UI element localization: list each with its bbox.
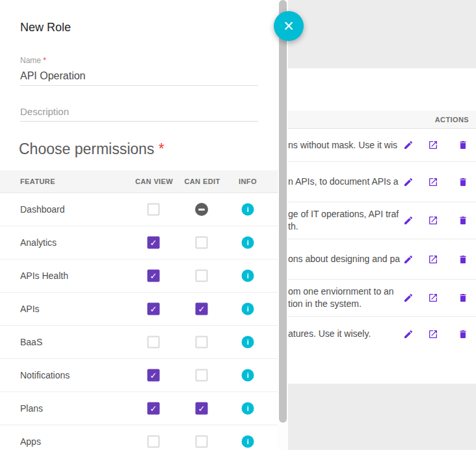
- open-in-new-icon[interactable]: [428, 254, 438, 265]
- check-icon: ✓: [198, 404, 205, 413]
- info-icon[interactable]: i: [242, 270, 254, 282]
- info-icon[interactable]: i: [242, 336, 254, 349]
- role-description-text: ns without mask. Use it wis: [288, 139, 405, 152]
- table-row: ns without mask. Use it wis: [288, 129, 476, 162]
- delete-icon[interactable]: [458, 140, 468, 150]
- permission-row: APIs ✓ ✓ i: [0, 293, 278, 326]
- edit-icon[interactable]: [403, 329, 414, 339]
- roles-table-card: ACTIONS ns without mask. Use it wis n AP…: [288, 68, 476, 384]
- feature-label: BaaS: [20, 337, 42, 347]
- feature-label: APIs: [20, 304, 40, 314]
- open-in-new-icon[interactable]: [428, 177, 438, 187]
- check-icon: ✓: [150, 371, 157, 380]
- permission-row: APIs Health ✓ ✓ i: [0, 259, 278, 293]
- can-edit-checkbox[interactable]: ✓: [196, 403, 208, 415]
- name-field-label: Name *: [20, 56, 46, 65]
- close-icon: ×: [284, 16, 294, 36]
- can-edit-checkbox[interactable]: ✓: [196, 336, 208, 349]
- permission-row: Apps ✓ ✓ i: [0, 425, 278, 450]
- check-icon: ✓: [150, 404, 157, 413]
- role-description-text: atures. Use it wisely.: [288, 328, 405, 340]
- info-icon[interactable]: i: [242, 237, 254, 249]
- check-icon: ✓: [198, 305, 205, 313]
- open-in-new-icon[interactable]: [428, 215, 438, 226]
- roles-table-body: ns without mask. Use it wis n APIs, to d…: [288, 129, 476, 351]
- role-description-text: ons about designing and pa: [288, 253, 405, 265]
- background-page: ACTIONS ns without mask. Use it wis n AP…: [288, 0, 476, 450]
- role-description-text: om one enviornment to an tion in the sys…: [288, 285, 405, 310]
- can-edit-checkbox[interactable]: ✓: [196, 303, 208, 315]
- can-edit-checkbox[interactable]: ✓: [195, 203, 208, 216]
- permission-row: Plans ✓ ✓ i: [0, 392, 278, 425]
- permission-row: BaaS ✓ ✓ i: [0, 326, 278, 359]
- can-view-checkbox[interactable]: ✓: [148, 270, 160, 282]
- delete-icon[interactable]: [458, 293, 468, 303]
- table-row: n APIs, to document APIs a: [288, 162, 476, 202]
- permissions-table-body: Dashboard ✓ ✓ i Analytics ✓ ✓ i APIs Hea…: [0, 193, 278, 450]
- new-role-drawer: New Role Name * Choose permissions * FEA…: [0, 0, 278, 450]
- can-edit-checkbox[interactable]: ✓: [196, 270, 208, 282]
- edit-icon[interactable]: [403, 254, 414, 265]
- edit-icon[interactable]: [403, 140, 414, 150]
- feature-label: Plans: [20, 403, 43, 414]
- permission-row: Analytics ✓ ✓ i: [0, 226, 278, 259]
- can-edit-checkbox[interactable]: ✓: [196, 369, 208, 382]
- required-asterisk: *: [43, 56, 46, 65]
- feature-label: Notifications: [20, 370, 70, 380]
- can-view-checkbox[interactable]: ✓: [148, 436, 160, 448]
- feature-label: Apps: [20, 436, 41, 447]
- permission-row: Notifications ✓ ✓ i: [0, 359, 278, 392]
- roles-table-header: ACTIONS: [288, 111, 476, 129]
- info-icon[interactable]: i: [242, 369, 254, 382]
- open-in-new-icon[interactable]: [428, 293, 438, 303]
- can-view-checkbox[interactable]: ✓: [148, 336, 160, 349]
- can-edit-checkbox[interactable]: ✓: [196, 436, 208, 448]
- open-in-new-icon[interactable]: [428, 329, 438, 339]
- close-drawer-button[interactable]: ×: [274, 11, 304, 41]
- check-icon: ✓: [150, 239, 157, 247]
- feature-label: APIs Health: [20, 271, 68, 281]
- table-row: ons about designing and pa: [288, 239, 476, 280]
- can-view-checkbox[interactable]: ✓: [148, 403, 160, 415]
- check-icon: ✓: [150, 272, 157, 280]
- can-edit-checkbox[interactable]: ✓: [196, 237, 208, 249]
- can-view-checkbox[interactable]: ✓: [148, 303, 160, 315]
- feature-column-header: FEATURE: [20, 178, 55, 185]
- info-column-header: INFO: [239, 178, 257, 185]
- drawer-title: New Role: [20, 21, 71, 34]
- choose-permissions-heading: Choose permissions *: [19, 140, 165, 158]
- permission-row: Dashboard ✓ ✓ i: [0, 193, 278, 226]
- permissions-table-header: FEATURE CAN VIEW CAN EDIT INFO: [0, 170, 278, 193]
- table-row: ge of IT operations, API traf th.: [288, 202, 476, 239]
- check-icon: ✓: [150, 305, 157, 313]
- table-row: om one enviornment to an tion in the sys…: [288, 280, 476, 317]
- can-edit-column-header: CAN EDIT: [184, 178, 220, 185]
- table-row: atures. Use it wisely.: [288, 317, 476, 351]
- edit-icon[interactable]: [403, 215, 414, 226]
- open-in-new-icon[interactable]: [428, 140, 438, 150]
- feature-label: Analytics: [20, 237, 57, 248]
- info-icon[interactable]: i: [242, 403, 254, 415]
- required-asterisk: *: [159, 140, 165, 157]
- can-view-column-header: CAN VIEW: [135, 178, 173, 185]
- info-icon[interactable]: i: [242, 303, 254, 315]
- delete-icon[interactable]: [458, 329, 468, 339]
- edit-icon[interactable]: [403, 177, 414, 187]
- can-view-checkbox[interactable]: ✓: [148, 369, 160, 382]
- feature-label: Dashboard: [20, 204, 65, 215]
- role-description-text: ge of IT operations, API traf th.: [288, 208, 405, 233]
- drawer-scrollbar-thumb[interactable]: [279, 0, 287, 423]
- description-input[interactable]: [20, 101, 258, 122]
- can-view-checkbox[interactable]: ✓: [148, 237, 160, 249]
- can-view-checkbox[interactable]: ✓: [148, 204, 160, 216]
- drawer-scrollbar-track: [278, 0, 288, 450]
- info-icon[interactable]: i: [242, 204, 254, 216]
- name-input[interactable]: [20, 66, 258, 86]
- actions-column-header: ACTIONS: [435, 116, 476, 124]
- delete-icon[interactable]: [458, 254, 468, 265]
- delete-icon[interactable]: [458, 215, 468, 226]
- delete-icon[interactable]: [458, 177, 468, 187]
- info-icon[interactable]: i: [242, 436, 254, 448]
- role-description-text: n APIs, to document APIs a: [288, 176, 405, 188]
- edit-icon[interactable]: [403, 293, 414, 303]
